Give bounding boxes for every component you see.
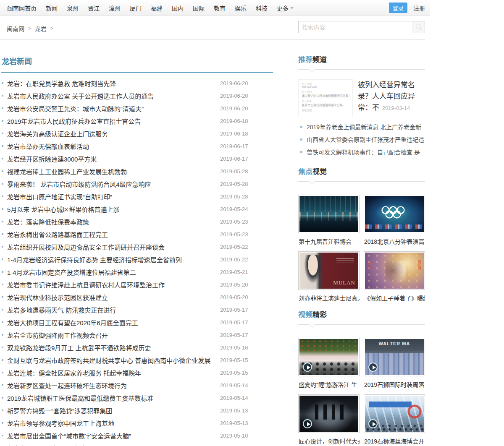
news-list-item[interactable]: 2019龙岩城镇职工医保最高和最低缴费工资基数标准 2019-05-14	[1, 391, 255, 404]
focus-item[interactable]: 林允 陈柏霖 《假如王子睡着了》曝终	[364, 251, 425, 303]
nav-link[interactable]: 福建	[146, 4, 167, 12]
news-link[interactable]: 1-4月龙岩经济运行保持良好态势 主要经济指标增速居全省前列	[7, 255, 220, 264]
news-list-item[interactable]: 龙岩市……2020年……系列……	[1, 442, 255, 446]
news-link[interactable]: 龙岩：在职党员学急救 危难时刻当先锋	[7, 79, 220, 88]
play-icon[interactable]	[303, 363, 312, 372]
video-item[interactable]: WALTER MA 2019石狮国际时装周落	[364, 338, 425, 389]
login-button[interactable]: 登录	[389, 3, 407, 13]
news-list-item[interactable]: 龙岩新罗区查处一起连环破坏生态环境行为 2019-05-14	[1, 379, 255, 391]
nav-link[interactable]: 闽南网首页	[3, 4, 41, 12]
news-link[interactable]: 龙岩市领导参观考察中国龙工上海基地	[7, 419, 220, 428]
video-image[interactable]	[299, 396, 358, 432]
nav-link[interactable]: 晋江	[83, 4, 104, 12]
video-caption[interactable]: 匠心设计，创新时代大秀	[299, 437, 360, 445]
nav-link[interactable]: 教育	[209, 4, 230, 12]
news-list-item[interactable]: 龙岩：在职党员学急救 危难时刻当先锋 2019-06-20	[1, 77, 255, 89]
news-list-item[interactable]: 双龙铁路龙岩段9月开工 上杭武平不通铁路将成历史 2019-05-16	[1, 341, 255, 354]
news-link[interactable]: 龙岩海关为高级认证企业上门送服务	[7, 129, 220, 138]
news-list-item[interactable]: 龙岩市人民政府办公室 关于公开遴选工作人员的通告 2019-06-20	[1, 89, 255, 102]
news-link[interactable]: 2019龙岩城镇职工医保最高和最低缴费工资基数标准	[7, 394, 220, 402]
recommend-link[interactable]: 曾铁可发文解释机场事件：自己配合检查 是	[307, 148, 420, 156]
recommend-list-item[interactable]: 2019年养老金上调最新消息 北上广养老金新	[298, 120, 425, 133]
news-link[interactable]: 龙岩多地遭暴雨天气 防汛救灾正在进行	[7, 305, 220, 314]
nav-link[interactable]: 国内	[167, 4, 188, 12]
news-list-item[interactable]: 2019年龙岩市人民政府征兵办公室直招士官公告 2019-06-18	[1, 115, 255, 127]
focus-caption[interactable]: 2018北京八分钟表演高	[364, 237, 425, 245]
news-link[interactable]: 龙岩市公安局交警王先炎：城市大动脉的“清道夫”	[7, 104, 220, 113]
breadcrumb-section[interactable]: 龙岩	[35, 24, 47, 33]
news-link[interactable]: 龙岩永梅出省公路路基路面工程完工	[7, 230, 220, 239]
news-list-item[interactable]: 福建龙岩稀土工业园稀土产业发展生机勃勃 2019-05-28	[1, 165, 255, 177]
news-link[interactable]: 福建龙岩稀土工业园稀土产业发展生机勃勃	[7, 167, 220, 176]
focus-caption[interactable]: 刘亦菲将主演迪士尼真人	[299, 294, 360, 302]
news-list-item[interactable]: 龙岩：落实降低社保费率政策 2019-05-23	[1, 215, 255, 228]
focus-image[interactable]: 林允 陈柏霖	[365, 253, 424, 289]
video-image[interactable]	[299, 339, 358, 375]
focus-image[interactable]	[299, 196, 358, 232]
nav-link[interactable]: 泉州	[62, 4, 83, 12]
search-button[interactable]	[412, 21, 425, 33]
video-caption[interactable]: 2019石狮国际时装周落	[364, 380, 425, 389]
news-list-item[interactable]: 龙岩永梅出省公路路基路面工程完工 2019-05-23	[1, 228, 255, 240]
news-link[interactable]: 2019年龙岩市人民政府征兵办公室直招士官公告	[7, 117, 220, 125]
news-link[interactable]: 龙岩市出口原产地证书实现“自助打印”	[7, 192, 220, 201]
featured-thumbnail[interactable]: 列入日期 2019-03-08 列入原因 通过登记的住所或者经营场所无法联系的 …	[298, 79, 353, 116]
play-icon[interactable]	[368, 363, 378, 372]
video-item[interactable]: 2019石狮海丝海博会开	[364, 394, 425, 446]
play-icon[interactable]	[368, 419, 378, 428]
news-link[interactable]: 新罗警方捣毁一“套路贷”涉恶犯罪集团	[7, 406, 220, 415]
nav-more[interactable]: 更多	[272, 4, 296, 12]
news-list-item[interactable]: 龙岩全市防御强降雨工作视频会召开 2019-05-17	[1, 329, 255, 341]
focus-caption[interactable]: 第十九届晋江鞋博会	[299, 237, 360, 245]
news-link[interactable]: 双龙铁路龙岩段9月开工 上杭武平不通铁路将成历史	[7, 343, 220, 352]
news-link[interactable]: 龙岩市展出全国首个“城市数字安全运营大脑”	[7, 431, 220, 440]
search-input[interactable]	[299, 21, 412, 33]
news-link[interactable]: 龙岩连城：健全社区居家养老服务 托起幸福晚年	[7, 368, 220, 377]
play-icon[interactable]	[303, 419, 312, 428]
focus-item[interactable]: 第十九届晋江鞋博会	[298, 195, 360, 246]
news-list-item[interactable]: 龙岩组织开展校园及周边食品安全工作调研并召开座谈会 2019-05-22	[1, 240, 255, 253]
news-list-item[interactable]: 龙岩经开区拆除违建3000平方米 2019-06-17	[1, 152, 255, 165]
news-list-item[interactable]: 龙岩现代林业科技示范园区获准建立 2019-05-20	[1, 291, 255, 303]
news-link[interactable]: 龙岩全市防御强降雨工作视频会召开	[7, 331, 220, 339]
news-list-item[interactable]: 龙岩海关为高级认证企业上门送服务 2019-06-18	[1, 127, 255, 140]
news-list-item[interactable]: 5月以来 龙岩中心城区鲜果价格普遍上涨 2019-05-24	[1, 203, 255, 215]
news-link[interactable]: 龙岩市……2020年……系列……	[7, 444, 220, 446]
video-caption[interactable]: 2019石狮海丝海博会开	[364, 437, 425, 445]
focus-image[interactable]: MULAN	[299, 253, 358, 289]
news-list-item[interactable]: 1-4月龙岩经济运行保持良好态势 主要经济指标增速居全省前列 2019-05-2…	[1, 253, 255, 266]
focus-item[interactable]: 2018北京八分钟表演高	[364, 195, 425, 246]
news-link[interactable]: 1-4月龙岩市固定资产投资增速位居福建省第二	[7, 268, 220, 276]
news-list-item[interactable]: 龙岩大桥项目工程有望在2020年6月底全面完工 2019-05-17	[1, 316, 255, 329]
focus-item[interactable]: MULAN 刘亦菲将主演迪士尼真人	[298, 251, 360, 303]
news-list-item[interactable]: 龙岩市举办无偿献血表彰活动 2019-06-17	[1, 140, 255, 152]
news-link[interactable]: 暴雨来袭！ 龙岩市启动市级防洪防台风4级应急响应	[7, 180, 220, 188]
video-image[interactable]: WALTER MA	[365, 339, 424, 375]
news-list-item[interactable]: 龙岩市委书记许维泽赴上杭县调研农村人居环境整治工作 2019-05-20	[1, 278, 255, 291]
register-link[interactable]: 注册	[413, 4, 425, 12]
news-link[interactable]: 龙岩现代林业科技示范园区获准建立	[7, 293, 220, 302]
news-list-item[interactable]: 龙岩市展出全国首个“城市数字安全运营大脑” 2019-05-10	[1, 429, 255, 442]
focus-image[interactable]	[365, 196, 424, 232]
news-link[interactable]: 龙岩大桥项目工程有望在2020年6月底全面完工	[7, 318, 220, 327]
video-item[interactable]: 匠心设计，创新时代大秀	[298, 394, 360, 446]
news-link[interactable]: 龙岩经开区拆除违建3000平方米	[7, 154, 220, 163]
featured-article[interactable]: 列入日期 2019-03-08 列入原因 通过登记的住所或者经营场所无法联系的 …	[298, 79, 425, 116]
news-link[interactable]: 龙岩市人民政府办公室 关于公开遴选工作人员的通告	[7, 91, 220, 100]
news-list-item[interactable]: 龙岩多地遭暴雨天气 防汛救灾正在进行 2019-05-17	[1, 303, 255, 316]
nav-link[interactable]: 国际	[188, 4, 209, 12]
nav-link[interactable]: 厦门	[125, 4, 146, 12]
news-list-item[interactable]: 龙岩市出口原产地证书实现“自助打印” 2019-05-28	[1, 190, 255, 203]
news-list-item[interactable]: 龙岩市公安局交警王先炎：城市大动脉的“清道夫” 2019-06-20	[1, 102, 255, 115]
recommend-list-item[interactable]: 曾铁可发文解释机场事件：自己配合检查 是	[298, 146, 425, 158]
nav-link[interactable]: 新闻	[41, 4, 62, 12]
news-link[interactable]: 龙岩组织开展校园及周边食品安全工作调研并召开座谈会	[7, 243, 220, 251]
news-list-item[interactable]: 1-4月龙岩市固定资产投资增速位居福建省第二 2019-05-21	[1, 266, 255, 278]
recommend-link[interactable]: 山西省人大常委会原副主任张茂才严重违纪违	[307, 135, 424, 143]
news-link[interactable]: 龙岩市举办无偿献血表彰活动	[7, 142, 220, 151]
news-list-item[interactable]: 金财互联与龙岩市政府签约共建财税共享中心 普惠闽西南中小微企业发展 2019-0…	[1, 354, 255, 366]
news-list-item[interactable]: 暴雨来袭！ 龙岩市启动市级防洪防台风4级应急响应 2019-05-28	[1, 177, 255, 190]
news-list-item[interactable]: 新罗警方捣毁一“套路贷”涉恶犯罪集团 2019-05-13	[1, 404, 255, 417]
nav-link[interactable]: 科技	[251, 4, 272, 12]
news-link[interactable]: 5月以来 龙岩中心城区鲜果价格普遍上涨	[7, 205, 220, 214]
